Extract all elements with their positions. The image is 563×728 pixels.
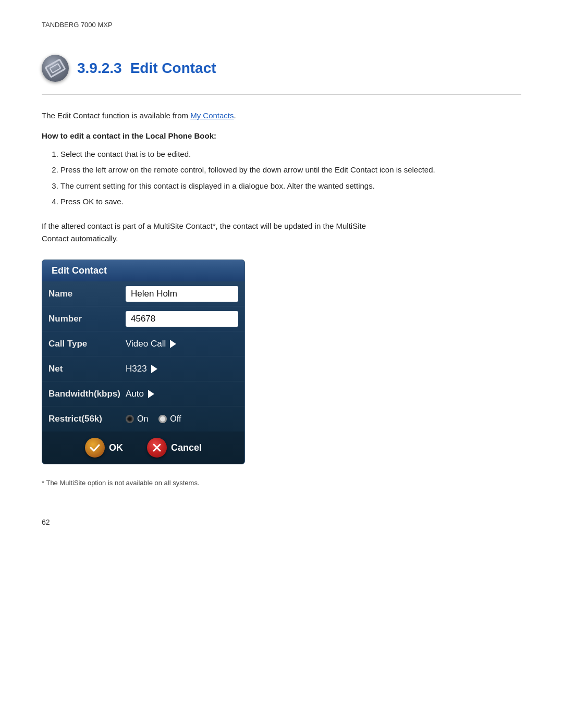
how-to-heading: How to edit a contact in the Local Phone… (42, 131, 521, 140)
net-select[interactable]: H323 (126, 364, 238, 374)
call-type-arrow-icon (170, 340, 176, 348)
note-line2: Contact automatically. (42, 234, 118, 243)
step-2: Press the left arrow on the remote contr… (60, 163, 521, 177)
bandwidth-row: Bandwidth(kbps) Auto (42, 381, 244, 406)
restrict-radio-group: On Off (126, 414, 238, 424)
dialog-buttons: OK Cancel (42, 431, 244, 464)
intro-text-after-link: . (234, 111, 236, 120)
restrict-on-label: On (137, 414, 148, 424)
net-arrow-icon (151, 365, 157, 373)
call-type-label: Call Type (48, 339, 126, 349)
restrict-on-option[interactable]: On (126, 414, 148, 424)
note-text: If the altered contact is part of a Mult… (42, 220, 521, 245)
checkmark-icon (89, 442, 101, 453)
number-row: Number 45678 (42, 306, 244, 331)
call-type-value: Video Call (126, 339, 166, 349)
bandwidth-select[interactable]: Auto (126, 389, 238, 399)
page-number: 62 (42, 518, 521, 526)
header-title: TANDBERG 7000 MXP (42, 21, 113, 29)
edit-contact-icon (42, 55, 69, 82)
name-input[interactable]: Helen Holm (126, 286, 238, 302)
section-title-row: 3.9.2.3 Edit Contact (42, 55, 521, 82)
step-4: Press OK to save. (60, 195, 521, 208)
cancel-button-label: Cancel (171, 442, 202, 453)
ok-button-label: OK (109, 442, 123, 453)
section-number: 3.9.2.3 (77, 60, 122, 77)
restrict-on-radio[interactable] (126, 415, 134, 423)
restrict-label: Restrict(56k) (48, 414, 126, 424)
dialog-wrapper: Edit Contact Name Helen Holm Number 4567… (42, 260, 521, 464)
cross-icon (151, 442, 163, 453)
name-label: Name (48, 289, 126, 299)
edit-contact-dialog: Edit Contact Name Helen Holm Number 4567… (42, 260, 245, 464)
net-row: Net H323 (42, 356, 244, 381)
call-type-row: Call Type Video Call (42, 331, 244, 356)
restrict-off-label: Off (170, 414, 181, 424)
steps-list: Select the contact that is to be edited.… (42, 147, 521, 208)
intro-text-before-link: The Edit Contact function is available f… (42, 111, 190, 120)
intro-paragraph: The Edit Contact function is available f… (42, 109, 521, 122)
cancel-icon[interactable] (147, 438, 167, 458)
bandwidth-label: Bandwidth(kbps) (48, 389, 126, 399)
note-line1: If the altered contact is part of a Mult… (42, 221, 366, 230)
bandwidth-arrow-icon (148, 390, 154, 398)
number-input[interactable]: 45678 (126, 311, 238, 327)
net-value: H323 (126, 364, 147, 374)
name-row: Name Helen Holm (42, 281, 244, 306)
restrict-off-radio[interactable] (158, 415, 167, 423)
call-type-select[interactable]: Video Call (126, 339, 238, 349)
dialog-title-bar: Edit Contact (42, 260, 244, 281)
footnote: * The MultiSite option is not available … (42, 479, 521, 487)
number-label: Number (48, 314, 126, 324)
section-title: Edit Contact (130, 60, 216, 77)
page-header: TANDBERG 7000 MXP (42, 21, 521, 29)
net-label: Net (48, 364, 126, 374)
restrict-off-option[interactable]: Off (158, 414, 181, 424)
restrict-row: Restrict(56k) On Off (42, 406, 244, 431)
ok-icon[interactable] (85, 438, 105, 458)
my-contacts-link[interactable]: My Contacts (190, 111, 234, 120)
bandwidth-value: Auto (126, 389, 144, 399)
step-3: The current setting for this contact is … (60, 179, 521, 193)
section-divider (42, 94, 521, 95)
dialog-title: Edit Contact (52, 265, 107, 276)
step-1: Select the contact that is to be edited. (60, 147, 521, 161)
